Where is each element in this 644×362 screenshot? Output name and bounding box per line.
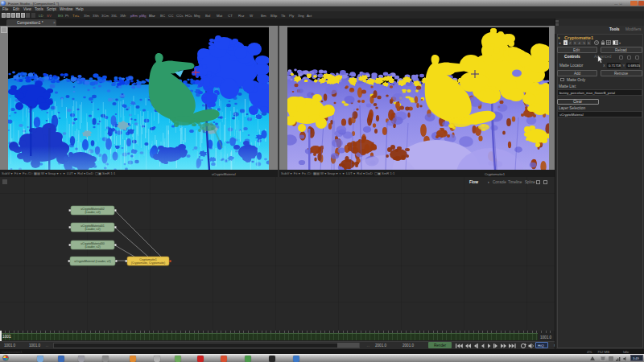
svg-text:uCryptoMaterial02: uCryptoMaterial02 <box>80 208 104 211</box>
svg-text:(Loader, v2): (Loader, v2) <box>85 228 100 231</box>
svg-text:(Cryptomatte, Cryptomatte): (Cryptomatte, Cryptomatte) <box>131 261 165 265</box>
svg-text:uCryptoMaterial00: uCryptoMaterial00 <box>80 242 104 245</box>
svg-text:uCryptoMaterial (Loader, v2): uCryptoMaterial (Loader, v2) <box>74 260 111 263</box>
svg-text:(Loader, v2): (Loader, v2) <box>85 211 100 214</box>
svg-text:(Loader, v2): (Loader, v2) <box>85 245 100 249</box>
svg-text:Cryptomatte1: Cryptomatte1 <box>139 258 157 261</box>
svg-text:uCryptoMaterial01: uCryptoMaterial01 <box>80 224 104 228</box>
